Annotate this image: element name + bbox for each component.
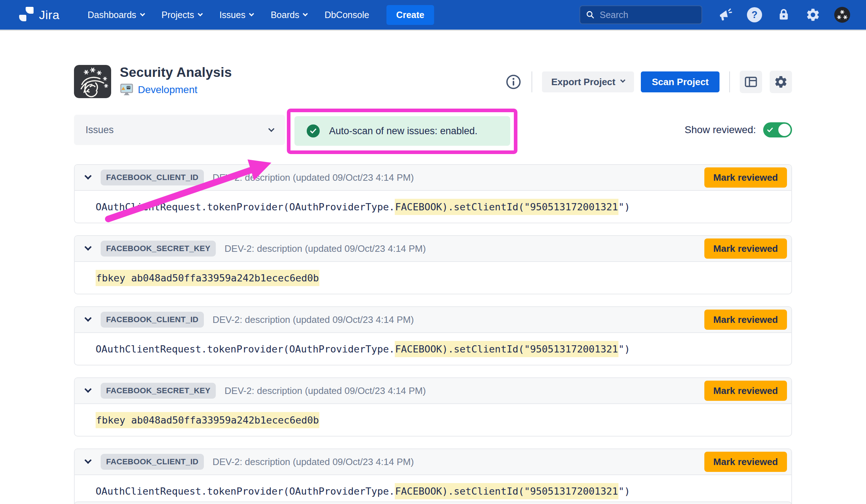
autoscan-banner-text: Auto-scan of new issues: enabled. [329,126,477,137]
chevron-down-icon[interactable] [84,457,92,464]
show-reviewed-label: Show reviewed: [685,124,756,136]
highlighted-secret: fbkey ab048ad50ffa33959a242b1ecec6ed0b [96,270,319,286]
issue-title: DEV-2: description (updated 09/Oct/23 4:… [213,456,414,468]
secret-type-badge: FACEBOOK_SECRET_KEY [101,241,216,257]
toggle-knob [778,124,791,136]
highlighted-secret: FACEBOOK).setClientId("950513172001321 [395,199,618,215]
issue-row-header: FACEBOOK_CLIENT_ID DEV-2: description (u… [75,165,791,191]
secret-type-badge: FACEBOOK_SECRET_KEY [101,383,216,399]
jira-logo-text: Jira [39,8,60,22]
chevron-down-icon [268,126,275,132]
scan-project-button[interactable]: Scan Project [641,71,720,92]
create-button[interactable]: Create [386,5,434,25]
issue-row: FACEBOOK_SECRET_KEY DEV-2: description (… [74,377,792,437]
search-input[interactable] [600,10,686,20]
check-icon [766,126,774,133]
next-issue-row-partial [74,501,792,504]
issue-row-header: FACEBOOK_CLIENT_ID DEV-2: description (u… [75,449,791,475]
announcements-megaphone-icon[interactable] [717,7,733,23]
secret-type-badge: FACEBOOK_CLIENT_ID [101,170,204,185]
issue-title: DEV-2: description (updated 09/Oct/23 4:… [213,314,414,325]
chevron-down-icon [140,11,145,16]
chevron-down-icon [198,11,203,16]
gear-icon[interactable] [805,7,821,23]
nav-issues[interactable]: Issues [219,10,253,20]
jira-logo-icon [18,6,35,23]
issue-title: DEV-2: description (updated 09/Oct/23 4:… [213,172,414,183]
mark-reviewed-button[interactable]: Mark reviewed [704,238,787,259]
highlighted-secret: FACEBOOK).setClientId("950513172001321 [395,341,618,357]
autoscan-banner: Auto-scan of new issues: enabled. [294,116,510,146]
gear-icon [774,75,788,89]
chevron-down-icon [303,11,308,16]
project-settings-button[interactable] [770,71,792,93]
issue-code-snippet: OAuthClientRequest.tokenProvider(OAuthPr… [75,191,791,223]
show-reviewed-toggle[interactable] [763,122,792,137]
show-reviewed-control: Show reviewed: [685,122,792,137]
nav-boards[interactable]: Boards [271,10,307,20]
chevron-down-icon[interactable] [84,244,92,251]
secret-type-badge: FACEBOOK_CLIENT_ID [101,454,204,470]
page-title: Security Analysis [120,65,232,80]
issue-row-header: FACEBOOK_CLIENT_ID DEV-2: description (u… [75,307,791,333]
chevron-down-icon[interactable] [84,172,92,180]
issue-row-header: FACEBOOK_SECRET_KEY DEV-2: description (… [75,236,791,262]
export-project-button[interactable]: Export Project [542,71,634,92]
mark-reviewed-button[interactable]: Mark reviewed [704,452,787,472]
nav-dashboards[interactable]: Dashboards [88,10,144,20]
issue-code-snippet: fbkey ab048ad50ffa33959a242b1ecec6ed0b [75,404,791,436]
highlighted-secret: fbkey ab048ad50ffa33959a242b1ecec6ed0b [96,412,319,428]
issue-code-snippet: fbkey ab048ad50ffa33959a242b1ecec6ed0b [75,262,791,294]
search-icon [586,10,595,19]
lock-icon[interactable] [776,7,792,23]
issue-row: FACEBOOK_CLIENT_ID DEV-2: description (u… [74,306,792,365]
issue-row: FACEBOOK_CLIENT_ID DEV-2: description (u… [74,164,792,223]
highlighted-secret: FACEBOOK).setClientId("950513172001321 [395,483,618,499]
divider [532,71,532,92]
mark-reviewed-button[interactable]: Mark reviewed [704,381,787,401]
chevron-down-icon[interactable] [84,386,92,393]
mark-reviewed-button[interactable]: Mark reviewed [704,167,787,188]
security-analysis-page: Jira Dashboards Projects Issues Boards D… [0,0,866,504]
secret-type-badge: FACEBOOK_CLIENT_ID [101,312,204,328]
chevron-down-icon[interactable] [84,315,92,322]
search-box[interactable] [579,5,702,24]
main-nav: Dashboards Projects Issues Boards DbCons… [88,10,386,20]
issue-row: FACEBOOK_CLIENT_ID DEV-2: description (u… [74,448,792,504]
nav-dbconsole[interactable]: DbConsole [324,10,369,20]
nav-projects[interactable]: Projects [162,10,202,20]
page-header: Security Analysis Development [74,65,792,98]
navbar-icons: ? [717,7,850,23]
info-icon[interactable] [505,74,522,90]
issue-row: FACEBOOK_SECRET_KEY DEV-2: description (… [74,235,792,294]
divider [729,71,730,92]
issue-row-header: FACEBOOK_SECRET_KEY DEV-2: description (… [75,378,791,404]
project-avatar [74,65,111,98]
issues-filter-select[interactable]: Issues [74,115,285,145]
check-icon [307,124,320,137]
help-icon[interactable]: ? [747,7,762,23]
header-actions: Export Project Scan Project [505,71,792,93]
issues-list: FACEBOOK_CLIENT_ID DEV-2: description (u… [74,164,792,504]
title-block: Security Analysis Development [120,65,232,96]
chevron-down-icon [249,11,254,16]
development-monitor-icon [120,83,134,96]
chevron-down-icon [620,78,625,83]
issue-title: DEV-2: description (updated 09/Oct/23 4:… [224,243,426,254]
issue-code-snippet: OAuthClientRequest.tokenProvider(OAuthPr… [75,333,791,365]
issue-code-snippet: OAuthClientRequest.tokenProvider(OAuthPr… [75,475,791,504]
project-link-development[interactable]: Development [138,84,197,96]
layout-panel-icon [744,75,758,89]
layout-panel-button[interactable] [740,71,762,93]
jira-logo[interactable]: Jira [18,6,60,23]
user-avatar[interactable] [834,7,850,23]
issue-title: DEV-2: description (updated 09/Oct/23 4:… [224,385,426,396]
top-navbar: Jira Dashboards Projects Issues Boards D… [0,0,866,30]
mark-reviewed-button[interactable]: Mark reviewed [704,310,787,330]
